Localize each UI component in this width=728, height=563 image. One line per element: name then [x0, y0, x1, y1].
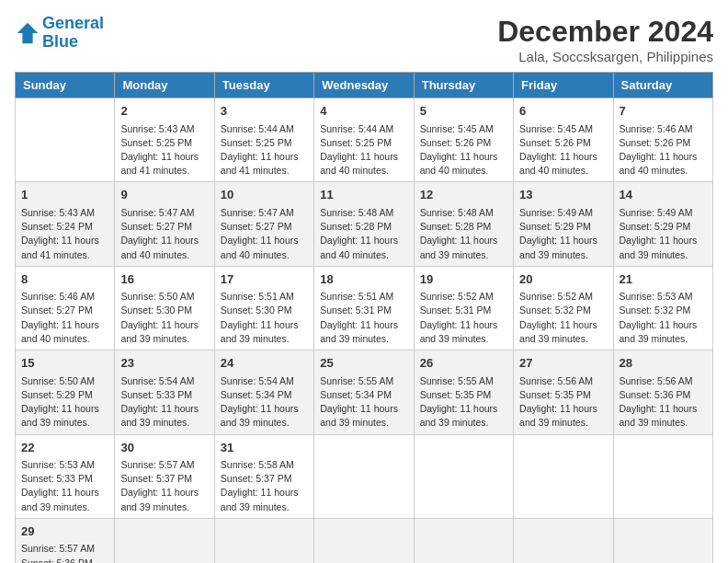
day-number: 14 [620, 186, 707, 204]
calendar-cell: 29Sunrise: 5:57 AMSunset: 5:36 PMDayligh… [16, 518, 115, 563]
day-info: Sunrise: 5:55 AMSunset: 5:35 PMDaylight:… [420, 374, 507, 431]
day-number: 21 [620, 270, 707, 289]
day-info: Sunrise: 5:51 AMSunset: 5:30 PMDaylight:… [221, 290, 308, 346]
header-row: SundayMondayTuesdayWednesdayThursdayFrid… [16, 73, 713, 98]
calendar-cell: 3Sunrise: 5:44 AMSunset: 5:25 PMDaylight… [214, 98, 313, 182]
day-number: 28 [620, 354, 707, 373]
calendar-cell: 9Sunrise: 5:47 AMSunset: 5:27 PMDaylight… [115, 182, 214, 266]
calendar-week: 8Sunrise: 5:46 AMSunset: 5:27 PMDaylight… [16, 266, 713, 350]
day-number: 31 [221, 439, 308, 457]
day-number: 15 [21, 354, 108, 373]
day-info: Sunrise: 5:47 AMSunset: 5:27 PMDaylight:… [221, 206, 308, 262]
day-number: 29 [21, 523, 108, 541]
calendar-cell: 2Sunrise: 5:43 AMSunset: 5:25 PMDaylight… [115, 98, 214, 182]
day-header: Tuesday [214, 73, 313, 98]
day-info: Sunrise: 5:44 AMSunset: 5:25 PMDaylight:… [221, 122, 308, 178]
day-info: Sunrise: 5:56 AMSunset: 5:36 PMDaylight:… [620, 374, 707, 431]
calendar-week: 2Sunrise: 5:43 AMSunset: 5:25 PMDaylight… [16, 98, 713, 182]
calendar-cell: 20Sunrise: 5:52 AMSunset: 5:32 PMDayligh… [514, 266, 613, 350]
day-info: Sunrise: 5:53 AMSunset: 5:32 PMDaylight:… [620, 290, 707, 346]
day-number: 4 [320, 102, 407, 121]
calendar-cell: 8Sunrise: 5:46 AMSunset: 5:27 PMDaylight… [16, 266, 115, 350]
day-number: 9 [120, 186, 208, 204]
day-info: Sunrise: 5:49 AMSunset: 5:29 PMDaylight:… [519, 206, 607, 262]
calendar-cell [414, 434, 513, 518]
calendar-cell: 4Sunrise: 5:44 AMSunset: 5:25 PMDaylight… [314, 98, 414, 182]
day-info: Sunrise: 5:53 AMSunset: 5:33 PMDaylight:… [21, 458, 108, 514]
calendar-cell [314, 434, 414, 518]
day-info: Sunrise: 5:48 AMSunset: 5:28 PMDaylight:… [420, 206, 507, 262]
day-info: Sunrise: 5:46 AMSunset: 5:26 PMDaylight:… [620, 122, 707, 178]
day-number: 25 [320, 354, 407, 373]
day-number: 16 [120, 270, 208, 289]
day-number: 17 [221, 270, 308, 289]
calendar-week: 1Sunrise: 5:43 AMSunset: 5:24 PMDaylight… [16, 182, 713, 266]
calendar-cell: 15Sunrise: 5:50 AMSunset: 5:29 PMDayligh… [16, 350, 115, 434]
day-info: Sunrise: 5:50 AMSunset: 5:30 PMDaylight:… [120, 290, 208, 346]
calendar-cell [613, 518, 712, 563]
day-info: Sunrise: 5:58 AMSunset: 5:37 PMDaylight:… [221, 458, 308, 514]
day-number: 24 [221, 354, 308, 373]
calendar-cell: 16Sunrise: 5:50 AMSunset: 5:30 PMDayligh… [115, 266, 214, 350]
calendar-cell: 6Sunrise: 5:45 AMSunset: 5:26 PMDaylight… [514, 98, 613, 182]
calendar-cell: 10Sunrise: 5:47 AMSunset: 5:27 PMDayligh… [214, 182, 313, 266]
calendar-cell: 25Sunrise: 5:55 AMSunset: 5:34 PMDayligh… [314, 350, 414, 434]
calendar-cell: 31Sunrise: 5:58 AMSunset: 5:37 PMDayligh… [214, 434, 313, 518]
calendar-cell [514, 434, 613, 518]
day-number: 30 [120, 439, 208, 457]
day-info: Sunrise: 5:49 AMSunset: 5:29 PMDaylight:… [620, 206, 707, 262]
calendar-cell: 12Sunrise: 5:48 AMSunset: 5:28 PMDayligh… [414, 182, 513, 266]
day-info: Sunrise: 5:45 AMSunset: 5:26 PMDaylight:… [420, 122, 507, 178]
day-number: 27 [519, 354, 607, 373]
day-number: 23 [120, 354, 208, 373]
location: Lala, Soccsksargen, Philippines [497, 49, 713, 64]
title-block: December 2024 Lala, Soccsksargen, Philip… [497, 15, 713, 64]
calendar-cell: 22Sunrise: 5:53 AMSunset: 5:33 PMDayligh… [16, 434, 115, 518]
day-number: 7 [620, 102, 707, 121]
calendar-cell [613, 434, 712, 518]
day-header: Friday [514, 73, 613, 98]
day-number: 18 [320, 270, 407, 289]
calendar-cell: 23Sunrise: 5:54 AMSunset: 5:33 PMDayligh… [115, 350, 214, 434]
day-number: 26 [420, 354, 507, 373]
svg-marker-0 [17, 23, 38, 43]
calendar-cell: 27Sunrise: 5:56 AMSunset: 5:35 PMDayligh… [514, 350, 613, 434]
day-number: 1 [21, 186, 108, 204]
calendar-header: SundayMondayTuesdayWednesdayThursdayFrid… [16, 73, 713, 98]
calendar-cell: 26Sunrise: 5:55 AMSunset: 5:35 PMDayligh… [414, 350, 513, 434]
day-number: 10 [221, 186, 308, 204]
day-header: Saturday [613, 73, 712, 98]
day-number: 11 [320, 186, 407, 204]
calendar-cell: 30Sunrise: 5:57 AMSunset: 5:37 PMDayligh… [115, 434, 214, 518]
calendar-cell [16, 98, 115, 182]
day-info: Sunrise: 5:45 AMSunset: 5:26 PMDaylight:… [519, 122, 607, 178]
day-info: Sunrise: 5:43 AMSunset: 5:24 PMDaylight:… [21, 206, 108, 262]
calendar-table: SundayMondayTuesdayWednesdayThursdayFrid… [15, 72, 713, 563]
calendar-week: 29Sunrise: 5:57 AMSunset: 5:36 PMDayligh… [16, 518, 713, 563]
day-info: Sunrise: 5:47 AMSunset: 5:27 PMDaylight:… [120, 206, 208, 262]
page-header: General Blue December 2024 Lala, Soccsks… [15, 15, 713, 64]
calendar-cell: 1Sunrise: 5:43 AMSunset: 5:24 PMDaylight… [16, 182, 115, 266]
day-info: Sunrise: 5:46 AMSunset: 5:27 PMDaylight:… [21, 290, 108, 346]
logo-text: General Blue [42, 15, 104, 52]
day-number: 5 [420, 102, 507, 121]
calendar-cell [115, 518, 214, 563]
calendar-body: 2Sunrise: 5:43 AMSunset: 5:25 PMDaylight… [16, 98, 713, 564]
calendar-cell: 21Sunrise: 5:53 AMSunset: 5:32 PMDayligh… [613, 266, 712, 350]
day-header: Monday [115, 73, 214, 98]
day-number: 13 [519, 186, 607, 204]
day-number: 22 [21, 439, 108, 457]
day-header: Sunday [16, 73, 115, 98]
logo: General Blue [15, 15, 104, 52]
calendar-cell: 24Sunrise: 5:54 AMSunset: 5:34 PMDayligh… [214, 350, 313, 434]
calendar-week: 22Sunrise: 5:53 AMSunset: 5:33 PMDayligh… [16, 434, 713, 518]
calendar-cell [514, 518, 613, 563]
day-info: Sunrise: 5:48 AMSunset: 5:28 PMDaylight:… [320, 206, 407, 262]
day-number: 8 [21, 270, 108, 289]
day-number: 2 [120, 102, 208, 121]
day-info: Sunrise: 5:54 AMSunset: 5:33 PMDaylight:… [120, 374, 208, 431]
calendar-cell: 7Sunrise: 5:46 AMSunset: 5:26 PMDaylight… [613, 98, 712, 182]
calendar-week: 15Sunrise: 5:50 AMSunset: 5:29 PMDayligh… [16, 350, 713, 434]
calendar-cell: 19Sunrise: 5:52 AMSunset: 5:31 PMDayligh… [414, 266, 513, 350]
day-info: Sunrise: 5:43 AMSunset: 5:25 PMDaylight:… [120, 122, 208, 178]
